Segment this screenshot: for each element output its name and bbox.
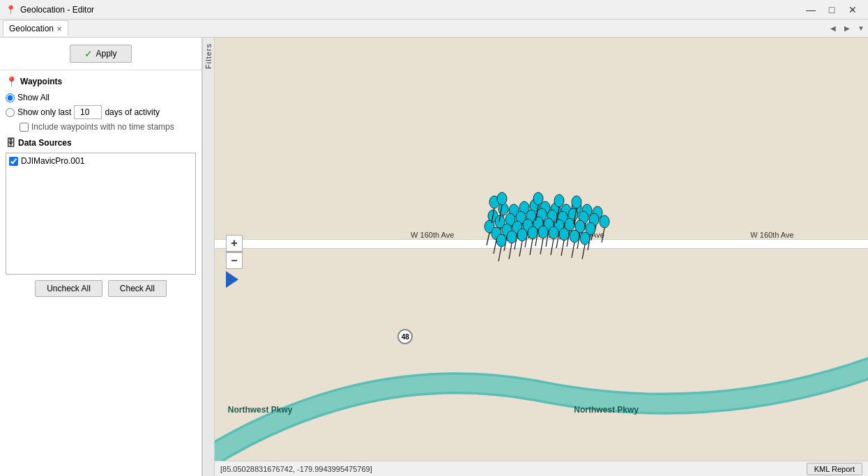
tab-nav-dropdown[interactable]: ▼ xyxy=(854,20,868,37)
waypoints-header: 📍 Waypoints xyxy=(6,76,196,87)
svg-line-47 xyxy=(494,240,496,254)
close-button[interactable]: ✕ xyxy=(843,2,862,17)
road-label-3: W 160th Ave xyxy=(750,231,793,239)
zoom-out-button[interactable]: − xyxy=(226,252,243,269)
tab-nav-forward[interactable]: ▶ xyxy=(840,20,854,37)
route-badge: 48 xyxy=(397,329,413,344)
days-input[interactable] xyxy=(74,105,102,119)
svg-line-75 xyxy=(540,238,543,254)
app-icon: 📍 xyxy=(6,5,16,15)
svg-line-81 xyxy=(572,243,574,258)
map-area[interactable]: W 160th Ave W 160th Ave W 160th Ave Nort… xyxy=(215,38,868,476)
svg-point-72 xyxy=(528,227,538,239)
svg-point-86 xyxy=(497,192,507,205)
map-canvas: W 160th Ave W 160th Ave W 160th Ave Nort… xyxy=(215,38,868,476)
source-item: DJIMavicPro.001 xyxy=(9,156,192,166)
svg-line-69 xyxy=(509,243,512,259)
svg-point-88 xyxy=(533,192,543,205)
source-checkbox-1[interactable] xyxy=(9,157,18,166)
svg-line-83 xyxy=(582,245,585,259)
svg-point-66 xyxy=(496,234,506,247)
radio-group: Show All Show only last days of activity xyxy=(6,93,196,119)
window-controls: — □ ✕ xyxy=(801,2,862,17)
waypoints-pin-icon: 📍 xyxy=(6,76,17,87)
waypoints-cluster xyxy=(437,160,646,300)
check-all-button[interactable]: Check All xyxy=(108,280,167,297)
minimize-button[interactable]: — xyxy=(801,2,821,17)
no-timestamps-row: Include waypoints with no time stamps xyxy=(20,122,196,132)
show-last-label: Show only last xyxy=(17,107,71,117)
show-all-label: Show All xyxy=(17,93,50,102)
maximize-button[interactable]: □ xyxy=(822,2,842,17)
svg-point-90 xyxy=(554,194,564,207)
zoom-controls: + − xyxy=(226,235,243,269)
show-last-radio[interactable] xyxy=(6,108,15,117)
svg-line-67 xyxy=(498,247,501,261)
svg-point-68 xyxy=(507,231,517,243)
apply-label: Apply xyxy=(96,49,116,59)
no-timestamps-label: Include waypoints with no time stamps xyxy=(31,122,174,132)
svg-point-74 xyxy=(538,226,548,238)
filters-label: Filters xyxy=(204,43,213,69)
zoom-in-button[interactable]: + xyxy=(226,235,243,252)
data-sources-label: Data Sources xyxy=(18,138,72,148)
status-bar: [85.05028831676742, -179.9943995475769] … xyxy=(215,461,868,476)
show-last-row: Show only last days of activity xyxy=(6,105,196,119)
source-label-1: DJIMavicPro.001 xyxy=(21,156,84,166)
pkwy-label-2: Northwest Pkwy xyxy=(574,405,639,415)
svg-point-76 xyxy=(549,227,558,239)
days-activity-label: days of activity xyxy=(105,107,160,117)
no-timestamps-checkbox[interactable] xyxy=(20,123,29,132)
svg-line-45 xyxy=(602,228,604,243)
svg-point-80 xyxy=(570,230,579,243)
svg-line-79 xyxy=(561,240,564,256)
show-all-radio[interactable] xyxy=(6,93,15,102)
svg-point-44 xyxy=(600,215,609,228)
tab-bar: Geolocation ✕ ◀ ▶ ▼ xyxy=(0,20,868,38)
uncheck-all-button[interactable]: Uncheck All xyxy=(35,280,102,297)
route-number: 48 xyxy=(402,333,409,341)
svg-line-71 xyxy=(519,241,522,256)
data-sources-section: 🗄 Data Sources DJIMavicPro.001 Uncheck A… xyxy=(6,137,196,297)
svg-point-78 xyxy=(559,228,569,240)
left-panel: ✓ Apply 📍 Waypoints Show All Show xyxy=(0,38,202,476)
panel-content: 📍 Waypoints Show All Show only last days… xyxy=(0,70,201,476)
title-bar: 📍 Geolocation - Editor — □ ✕ xyxy=(0,0,868,20)
geolocation-tab[interactable]: Geolocation ✕ xyxy=(3,20,68,36)
sources-list[interactable]: DJIMavicPro.001 xyxy=(6,153,196,275)
svg-point-92 xyxy=(572,196,581,208)
tab-nav-back[interactable]: ◀ xyxy=(826,20,840,37)
kml-report-button[interactable]: KML Report xyxy=(807,463,862,475)
tab-label: Geolocation xyxy=(9,24,54,33)
navigation-arrow[interactable] xyxy=(226,271,238,288)
status-coordinates: [85.05028831676742, -179.9943995475769] xyxy=(220,465,372,473)
waypoints-label: Waypoints xyxy=(20,77,62,86)
svg-point-70 xyxy=(517,229,527,241)
title-text: Geolocation - Editor xyxy=(20,5,94,15)
svg-line-23 xyxy=(487,233,489,245)
svg-line-77 xyxy=(551,239,554,255)
svg-line-73 xyxy=(530,239,533,255)
check-icon: ✓ xyxy=(84,48,93,59)
tab-close-icon[interactable]: ✕ xyxy=(56,25,62,33)
source-buttons: Uncheck All Check All xyxy=(6,280,196,297)
apply-area: ✓ Apply xyxy=(0,38,201,70)
filters-tab[interactable]: Filters xyxy=(202,38,215,476)
main-layout: ✓ Apply 📍 Waypoints Show All Show xyxy=(0,38,868,476)
apply-button[interactable]: ✓ Apply xyxy=(70,45,131,63)
show-all-row: Show All xyxy=(6,93,196,102)
data-sources-header: 🗄 Data Sources xyxy=(6,137,196,148)
pkwy-label-1: Northwest Pkwy xyxy=(228,405,293,415)
tab-navigation: ◀ ▶ ▼ xyxy=(826,20,868,37)
database-icon: 🗄 xyxy=(6,137,15,148)
svg-point-82 xyxy=(580,232,590,245)
